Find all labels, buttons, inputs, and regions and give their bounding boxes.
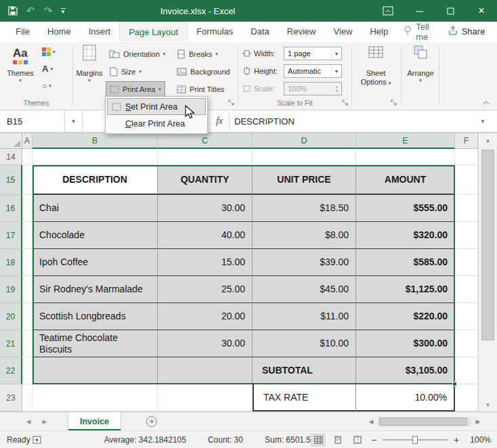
cell[interactable] <box>22 222 33 249</box>
cell[interactable] <box>33 149 158 165</box>
cell[interactable] <box>22 149 33 165</box>
col-header-b[interactable]: B <box>33 133 158 149</box>
cell-e21[interactable]: $300.00 <box>356 330 455 357</box>
cell[interactable] <box>455 249 478 276</box>
cell-b17[interactable]: Chocolade <box>33 222 158 249</box>
cell[interactable] <box>455 384 478 411</box>
cell[interactable] <box>33 384 158 411</box>
cell[interactable] <box>455 222 478 249</box>
row-header-21[interactable]: 21 <box>0 330 22 357</box>
print-titles-button[interactable]: Print Titles <box>173 81 228 97</box>
cell[interactable] <box>455 165 478 195</box>
save-icon[interactable] <box>4 1 22 21</box>
row-header-20[interactable]: 20 <box>0 303 22 330</box>
cell-c22[interactable] <box>158 357 253 384</box>
theme-fonts-button[interactable]: A ▾ <box>39 62 70 76</box>
tab-data[interactable]: Data <box>242 22 278 41</box>
name-box-caret-icon[interactable]: ▼ <box>65 110 83 132</box>
print-area-button[interactable]: Print Area ▾ <box>106 81 165 97</box>
cell-d18[interactable]: $39.00 <box>253 249 356 276</box>
col-header-a[interactable]: A <box>22 133 33 149</box>
cell-c20[interactable]: 20.00 <box>158 303 253 330</box>
cell[interactable] <box>22 276 33 303</box>
new-sheet-button[interactable]: + <box>142 412 162 430</box>
theme-effects-button[interactable]: ○ ▾ <box>39 79 70 93</box>
undo-icon[interactable]: ↶ <box>22 1 39 21</box>
cell-c17[interactable]: 40.00 <box>158 222 253 249</box>
cell-b16[interactable]: Chai <box>33 195 158 222</box>
formula-input[interactable]: DESCRIPTION <box>234 110 470 132</box>
cell[interactable] <box>455 303 478 330</box>
cell[interactable] <box>22 384 33 411</box>
cell-d17[interactable]: $8.00 <box>253 222 356 249</box>
zoom-in-button[interactable]: + <box>452 434 460 445</box>
height-combobox[interactable]: Automatic ▼ <box>284 64 342 78</box>
cell-c18[interactable]: 15.00 <box>158 249 253 276</box>
cell[interactable] <box>22 195 33 222</box>
cell[interactable] <box>455 149 478 165</box>
select-all-button[interactable] <box>0 133 22 149</box>
breaks-button[interactable]: Breaks ▾ <box>173 46 221 62</box>
cell-b21[interactable]: Teatime Chocolate Biscuits <box>33 330 158 357</box>
cell[interactable] <box>22 330 33 357</box>
vertical-scroll-track[interactable] <box>479 147 497 398</box>
cell-e17[interactable]: $320.00 <box>356 222 455 249</box>
cell-e15[interactable]: AMOUNT <box>356 165 455 195</box>
redo-icon[interactable]: ↷ <box>39 1 57 21</box>
cell-b18[interactable]: Ipoh Coffee <box>33 249 158 276</box>
cell-d22-subtotal-label[interactable]: SUBTOTAL <box>253 357 356 384</box>
col-header-c[interactable]: C <box>158 133 253 149</box>
cell[interactable] <box>22 357 33 384</box>
share-button[interactable]: Share <box>436 22 497 41</box>
tab-insert[interactable]: Insert <box>80 22 120 41</box>
hscroll-left-icon[interactable]: ◀ <box>366 416 376 428</box>
page-layout-view-button[interactable] <box>330 433 345 447</box>
tab-home[interactable]: Home <box>39 22 80 41</box>
cell-d23-tax-label[interactable]: TAX RATE <box>253 384 356 411</box>
col-header-f[interactable]: F <box>455 133 478 149</box>
cell-e22-subtotal-value[interactable]: $3,105.00 <box>356 357 455 384</box>
arrange-button[interactable]: Arrange ▾ <box>405 45 436 83</box>
cell[interactable] <box>158 384 253 411</box>
combo-caret-icon[interactable]: ▼ <box>331 47 341 60</box>
tab-view[interactable]: View <box>324 22 361 41</box>
cell[interactable] <box>455 195 478 222</box>
row-header-14[interactable]: 14 <box>0 149 22 165</box>
horizontal-scroll-track[interactable] <box>378 417 471 426</box>
page-break-view-button[interactable] <box>350 433 365 447</box>
sheet-nav-right-icon[interactable]: ▶ <box>37 412 53 430</box>
sheet-tab-invoice[interactable]: Invoice <box>68 412 121 430</box>
combo-caret-icon[interactable]: ▼ <box>331 65 341 77</box>
page-setup-dialog-launcher[interactable] <box>228 99 236 107</box>
horizontal-scroll-thumb[interactable] <box>379 418 467 426</box>
theme-colors-button[interactable]: ▾ <box>39 45 70 59</box>
cell-c16[interactable]: 30.00 <box>158 195 253 222</box>
cell[interactable] <box>356 149 455 165</box>
cell-d16[interactable]: $18.50 <box>253 195 356 222</box>
cell-e16[interactable]: $555.00 <box>356 195 455 222</box>
row-header-23[interactable]: 23 <box>0 384 22 411</box>
cell-e20[interactable]: $220.00 <box>356 303 455 330</box>
background-button[interactable]: Background <box>173 64 234 80</box>
cell[interactable] <box>22 303 33 330</box>
status-count[interactable]: Count: 30 <box>208 435 243 445</box>
cell[interactable] <box>22 249 33 276</box>
row-header-15[interactable]: 15 <box>0 165 22 195</box>
sheet-options-button[interactable]: Sheet Options ▾ <box>355 45 397 87</box>
row-header-18[interactable]: 18 <box>0 249 22 276</box>
minimize-button[interactable] <box>404 0 435 22</box>
scroll-down-icon[interactable]: ▼ <box>479 398 497 411</box>
cell-c21[interactable]: 30.00 <box>158 330 253 357</box>
tab-review[interactable]: Review <box>278 22 325 41</box>
tab-file[interactable]: File <box>7 22 39 41</box>
zoom-level[interactable]: 100% <box>465 435 491 445</box>
cell-c19[interactable]: 25.00 <box>158 276 253 303</box>
name-box[interactable]: B15 <box>0 110 65 132</box>
cell-d20[interactable]: $11.00 <box>253 303 356 330</box>
cell-d15[interactable]: UNIT PRICE <box>253 165 356 195</box>
col-header-d[interactable]: D <box>253 133 356 149</box>
col-header-e[interactable]: E <box>356 133 455 149</box>
ribbon-display-options-icon[interactable] <box>372 0 404 22</box>
fill-handle[interactable] <box>452 382 457 386</box>
tab-help[interactable]: Help <box>361 22 397 41</box>
